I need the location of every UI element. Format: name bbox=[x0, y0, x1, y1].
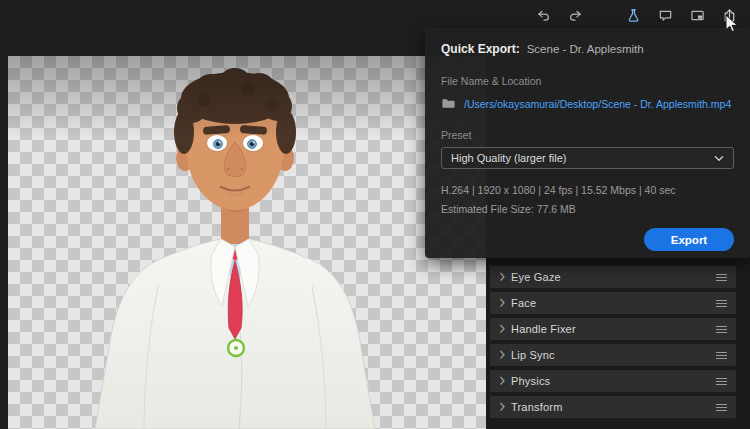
section-menu-icon[interactable] bbox=[716, 323, 727, 336]
section-label: Eye Gaze bbox=[511, 271, 716, 283]
section-handle-fixer[interactable]: Handle Fixer bbox=[490, 318, 736, 340]
section-label: Physics bbox=[511, 375, 716, 387]
redo-icon[interactable] bbox=[567, 7, 584, 24]
quick-export-header: Quick Export: Scene - Dr. Applesmith bbox=[441, 42, 734, 56]
section-menu-icon[interactable] bbox=[716, 349, 727, 362]
chevron-right-icon bbox=[499, 402, 511, 412]
undo-icon[interactable] bbox=[535, 7, 552, 24]
share-export-icon[interactable] bbox=[721, 7, 738, 24]
quick-export-title: Quick Export: bbox=[441, 42, 520, 56]
pip-icon[interactable] bbox=[689, 7, 706, 24]
app-window: Eye Gaze Face Handle Fixer Lip Sync bbox=[0, 0, 750, 429]
flask-icon[interactable] bbox=[625, 7, 642, 24]
quick-export-scene-name: Scene - Dr. Applesmith bbox=[527, 43, 644, 55]
preset-selected-value: High Quality (larger file) bbox=[451, 152, 567, 164]
chevron-down-icon bbox=[714, 155, 724, 162]
quick-export-panel: Quick Export: Scene - Dr. Applesmith Fil… bbox=[425, 28, 750, 258]
top-toolbar bbox=[0, 0, 750, 30]
character-dr-applesmith bbox=[8, 56, 486, 429]
preset-label: Preset bbox=[441, 129, 734, 141]
chevron-right-icon bbox=[499, 298, 511, 308]
section-lip-sync[interactable]: Lip Sync bbox=[490, 344, 736, 366]
chevron-right-icon bbox=[499, 324, 511, 334]
properties-panel: Eye Gaze Face Handle Fixer Lip Sync bbox=[487, 258, 750, 429]
estimated-file-size: Estimated File Size: 77.6 MB bbox=[441, 203, 734, 215]
file-path-row: /Users/okaysamurai/Desktop/Scene - Dr. A… bbox=[441, 96, 734, 111]
section-menu-icon[interactable] bbox=[716, 271, 727, 284]
section-label: Transform bbox=[511, 401, 716, 413]
chevron-right-icon bbox=[499, 376, 511, 386]
section-menu-icon[interactable] bbox=[716, 401, 727, 414]
chevron-right-icon bbox=[499, 350, 511, 360]
scene-viewport[interactable] bbox=[8, 56, 486, 429]
section-face[interactable]: Face bbox=[490, 292, 736, 314]
folder-icon bbox=[441, 96, 456, 111]
export-button-row: Export bbox=[441, 228, 734, 251]
section-label: Handle Fixer bbox=[511, 323, 716, 335]
section-label: Lip Sync bbox=[511, 349, 716, 361]
section-transform[interactable]: Transform bbox=[490, 396, 736, 418]
export-button[interactable]: Export bbox=[644, 228, 734, 251]
chevron-right-icon bbox=[499, 272, 511, 282]
export-format-info: H.264 | 1920 x 1080 | 24 fps | 15.52 Mbp… bbox=[441, 184, 734, 196]
section-menu-icon[interactable] bbox=[716, 375, 727, 388]
preset-select[interactable]: High Quality (larger file) bbox=[441, 147, 734, 169]
section-label: Face bbox=[511, 297, 716, 309]
comment-icon[interactable] bbox=[657, 7, 674, 24]
section-eye-gaze[interactable]: Eye Gaze bbox=[490, 266, 736, 288]
section-physics[interactable]: Physics bbox=[490, 370, 736, 392]
section-menu-icon[interactable] bbox=[716, 297, 727, 310]
file-path-link[interactable]: /Users/okaysamurai/Desktop/Scene - Dr. A… bbox=[464, 98, 731, 110]
file-name-location-label: File Name & Location bbox=[441, 75, 734, 87]
character-badge bbox=[228, 340, 244, 356]
